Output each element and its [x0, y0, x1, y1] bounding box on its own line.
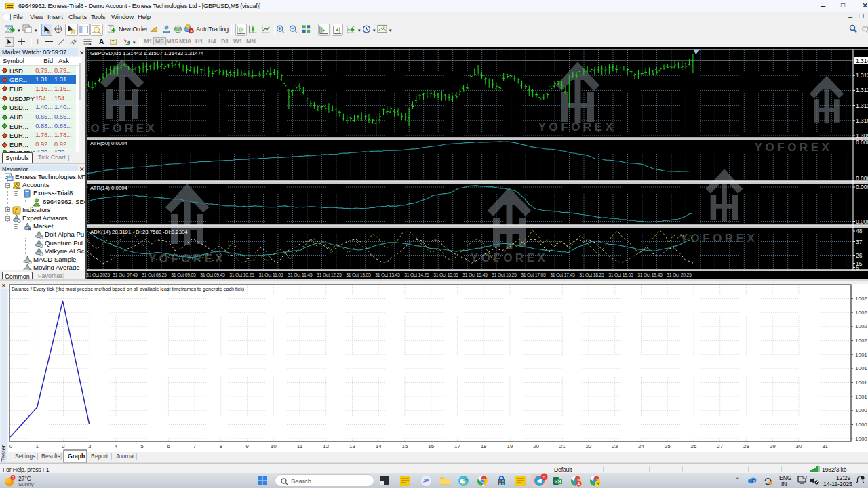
svg-text:23: 23 [612, 443, 618, 449]
svg-text:2: 2 [62, 443, 65, 449]
svg-text:2: 2 [12, 476, 14, 480]
svg-text:31 Oct 14:25: 31 Oct 14:25 [404, 272, 429, 277]
svg-text:✕: ✕ [1, 283, 6, 289]
svg-text:1001: 1001 [855, 352, 867, 358]
svg-text:YOFOREX: YOFOREX [755, 141, 833, 154]
svg-text:|: | [111, 453, 112, 460]
svg-text:27: 27 [717, 443, 723, 449]
svg-text:31 Oct 20:25: 31 Oct 20:25 [667, 272, 692, 277]
svg-text:1.3096: 1.3096 [856, 132, 868, 139]
svg-text:30: 30 [795, 443, 802, 449]
svg-text:1002: 1002 [855, 323, 867, 329]
svg-text:|: | [37, 453, 38, 460]
svg-text:31: 31 [822, 443, 828, 449]
svg-text:14: 14 [376, 443, 382, 449]
svg-text:T: T [112, 39, 115, 44]
svg-text:31 Oct 19:05: 31 Oct 19:05 [608, 272, 633, 277]
svg-text:1.3106: 1.3106 [856, 117, 868, 124]
svg-text:26: 26 [856, 252, 863, 259]
svg-text:0.0007: 0.0007 [856, 184, 868, 190]
svg-text:31 Oct 10:25: 31 Oct 10:25 [229, 272, 254, 277]
svg-text:Settings: Settings [15, 453, 35, 460]
svg-text:20: 20 [533, 443, 539, 449]
svg-text:Journal: Journal [116, 453, 135, 460]
svg-text:ATR(14) 0.0004: ATR(14) 0.0004 [90, 185, 128, 191]
svg-text:0: 0 [9, 443, 13, 449]
svg-text:37: 37 [856, 239, 863, 245]
svg-text:29: 29 [770, 443, 776, 449]
svg-text:Tester: Tester [0, 445, 7, 462]
svg-text:7: 7 [193, 443, 197, 449]
svg-text:28: 28 [743, 443, 749, 449]
svg-text:6: 6 [167, 443, 170, 449]
svg-text:YOFOREX: YOFOREX [538, 121, 616, 134]
svg-text:GBPUSD,M5 1.31442 1.31507 1.3: GBPUSD,M5 1.31442 1.31507 1.31433 1.3147… [90, 50, 204, 56]
svg-text:16: 16 [428, 443, 434, 449]
svg-text:31 Oct 13:05: 31 Oct 13:05 [346, 272, 371, 277]
svg-text:31 Oct 12:25: 31 Oct 12:25 [317, 272, 342, 277]
svg-text:31 Oct 08:25: 31 Oct 08:25 [142, 272, 167, 277]
svg-text:1.3117: 1.3117 [856, 102, 868, 109]
svg-text:31 Oct 16:25: 31 Oct 16:25 [492, 272, 517, 277]
svg-text:1.3138: 1.3138 [856, 72, 868, 79]
svg-text:10: 10 [271, 443, 277, 449]
svg-text:31 Oct 2025: 31 Oct 2025 [86, 272, 110, 277]
svg-text:Y: Y [597, 481, 600, 486]
svg-text:1000: 1000 [855, 407, 867, 413]
svg-text:Balance / Every tick (the most: Balance / Every tick (the most precise m… [12, 286, 244, 292]
svg-text:8: 8 [753, 479, 755, 483]
svg-text:9: 9 [245, 443, 249, 449]
svg-text:4: 4 [115, 443, 118, 449]
svg-text:5: 5 [543, 475, 546, 480]
svg-text:1: 1 [35, 443, 39, 449]
svg-text:31 Oct 13:45: 31 Oct 13:45 [375, 272, 400, 277]
svg-text:1001: 1001 [855, 365, 867, 371]
svg-text:26: 26 [691, 443, 697, 449]
svg-text:0.0003: 0.0003 [856, 175, 868, 182]
svg-text:24: 24 [638, 443, 644, 449]
svg-text:31 Oct 15:05: 31 Oct 15:05 [433, 272, 458, 277]
svg-text:31 Oct 11:45: 31 Oct 11:45 [288, 272, 312, 277]
svg-text:17: 17 [454, 443, 460, 449]
svg-text:48: 48 [856, 228, 863, 235]
svg-text:3: 3 [88, 443, 92, 449]
svg-text:YOFOREX: YOFOREX [149, 252, 226, 265]
svg-text:22: 22 [586, 443, 592, 449]
svg-text:31 Oct 17:05: 31 Oct 17:05 [521, 272, 546, 277]
svg-text:5: 5 [140, 443, 144, 449]
svg-text:31 Oct 18:25: 31 Oct 18:25 [579, 272, 604, 277]
svg-text:1002: 1002 [855, 296, 867, 302]
svg-text:31 Oct 09:45: 31 Oct 09:45 [200, 272, 225, 277]
svg-text:Results: Results [41, 453, 60, 460]
svg-text:31 Oct 19:45: 31 Oct 19:45 [637, 272, 663, 277]
svg-text:31 Oct 07:45: 31 Oct 07:45 [113, 272, 138, 277]
svg-text:11: 11 [297, 443, 303, 449]
svg-text:18: 18 [481, 443, 487, 449]
svg-text:ADX(14) 28.3191 +DI:28.7588 -D: ADX(14) 28.3191 +DI:28.7588 -DI:8.2304 [90, 229, 188, 235]
svg-text:Report: Report [91, 453, 108, 460]
svg-text:0.0007: 0.0007 [856, 139, 868, 146]
svg-text:8: 8 [220, 443, 223, 449]
svg-text:1.3127: 1.3127 [856, 87, 868, 94]
svg-text:21: 21 [559, 443, 566, 449]
svg-text:13: 13 [349, 443, 355, 449]
svg-text:Graph: Graph [68, 453, 85, 460]
svg-text:0.0003: 0.0003 [856, 218, 868, 225]
svg-text:|: | [136, 453, 137, 460]
svg-text:19: 19 [507, 443, 513, 449]
svg-text:1002: 1002 [855, 310, 867, 316]
svg-text:ATR(50) 0.0004: ATR(50) 0.0004 [90, 140, 128, 146]
svg-text:12: 12 [323, 443, 329, 449]
svg-text:1001: 1001 [855, 380, 867, 386]
svg-text:25: 25 [665, 443, 671, 449]
svg-text:1.3147: 1.3147 [856, 58, 868, 64]
svg-text:1002: 1002 [855, 338, 867, 344]
svg-text:31 Oct 17:45: 31 Oct 17:45 [550, 272, 575, 277]
svg-text:31 Oct 11:05: 31 Oct 11:05 [258, 272, 283, 277]
svg-text:|: | [60, 453, 62, 460]
svg-text:5: 5 [856, 264, 859, 271]
svg-text:1000: 1000 [855, 436, 867, 442]
svg-text:31 Oct 09:05: 31 Oct 09:05 [171, 272, 196, 277]
svg-text:1000: 1000 [855, 422, 867, 428]
svg-text:1001: 1001 [855, 394, 867, 400]
